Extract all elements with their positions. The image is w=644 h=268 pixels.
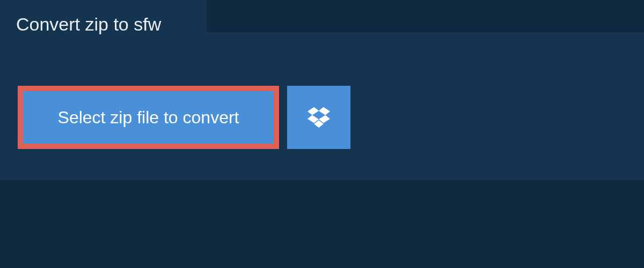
tab-label: Convert zip to sfw (16, 14, 161, 35)
tab-convert: Convert zip to sfw (0, 0, 207, 48)
dropbox-icon (308, 107, 330, 128)
select-file-button[interactable]: Select zip file to convert (18, 86, 279, 149)
converter-panel: Convert zip to sfw Select zip file to co… (0, 32, 644, 180)
button-row: Select zip file to convert (18, 86, 350, 149)
dropbox-button[interactable] (287, 86, 350, 149)
select-file-label: Select zip file to convert (58, 108, 239, 128)
